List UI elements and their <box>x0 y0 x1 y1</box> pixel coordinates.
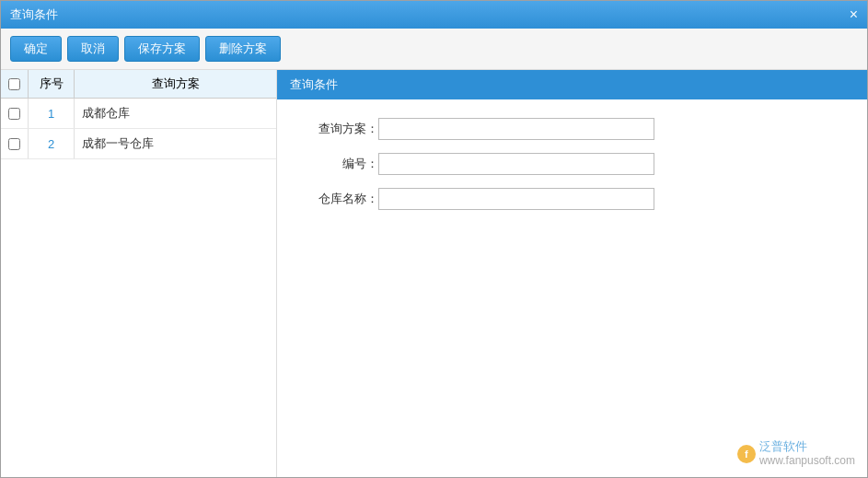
row-check-col <box>1 129 29 158</box>
table-row[interactable]: 2 成都一号仓库 <box>1 129 276 159</box>
header-num-col: 序号 <box>29 70 75 98</box>
window-title: 查询条件 <box>10 6 58 23</box>
query-plan-label: 查询方案： <box>305 121 378 137</box>
num-input[interactable] <box>378 153 654 175</box>
confirm-button[interactable]: 确定 <box>10 36 62 62</box>
toolbar: 确定 取消 保存方案 删除方案 <box>1 29 867 70</box>
row-name-1: 成都仓库 <box>75 99 276 128</box>
right-panel-title: 查询条件 <box>277 70 867 99</box>
row-check-col <box>1 99 29 128</box>
num-label: 编号： <box>305 156 378 172</box>
title-bar: 查询条件 × <box>1 1 867 29</box>
row-name-2: 成都一号仓库 <box>75 129 276 158</box>
logo-main-name: 泛普软件 <box>759 439 855 455</box>
delete-plan-button[interactable]: 删除方案 <box>205 36 281 62</box>
table-body: 1 成都仓库 2 成都一号仓库 <box>1 99 276 477</box>
right-panel-body: 查询方案： 编号： 仓库名称： <box>277 99 867 477</box>
header-checkbox[interactable] <box>8 78 20 90</box>
row-checkbox-2[interactable] <box>8 138 20 150</box>
logo-text: 泛普软件 www.fanpusoft.com <box>759 439 855 469</box>
header-check-col <box>1 70 29 98</box>
form-row-query-plan: 查询方案： <box>305 118 839 140</box>
warehouse-input[interactable] <box>378 188 654 210</box>
query-plan-input[interactable] <box>378 118 654 140</box>
row-num-1: 1 <box>29 99 75 128</box>
cancel-button[interactable]: 取消 <box>67 36 119 62</box>
logo-icon: f <box>737 445 756 463</box>
main-content: 序号 查询方案 1 成都仓库 2 成都一号仓库 <box>1 70 867 477</box>
table-header: 序号 查询方案 <box>1 70 276 99</box>
form-row-num: 编号： <box>305 153 839 175</box>
save-plan-button[interactable]: 保存方案 <box>124 36 200 62</box>
logo-char: f <box>745 449 748 460</box>
table-row[interactable]: 1 成都仓库 <box>1 99 276 129</box>
logo-sub-name: www.fanpusoft.com <box>759 454 855 469</box>
main-window: 查询条件 × 确定 取消 保存方案 删除方案 序号 查询方案 <box>0 0 868 478</box>
left-panel: 序号 查询方案 1 成都仓库 2 成都一号仓库 <box>1 70 277 477</box>
row-checkbox-1[interactable] <box>8 108 20 120</box>
row-num-2: 2 <box>29 129 75 158</box>
header-name-col: 查询方案 <box>75 70 276 98</box>
footer-logo: f 泛普软件 www.fanpusoft.com <box>737 439 855 469</box>
close-button[interactable]: × <box>850 7 858 22</box>
form-row-warehouse: 仓库名称： <box>305 188 839 210</box>
right-panel: 查询条件 查询方案： 编号： 仓库名称： <box>277 70 867 477</box>
warehouse-label: 仓库名称： <box>305 191 378 207</box>
